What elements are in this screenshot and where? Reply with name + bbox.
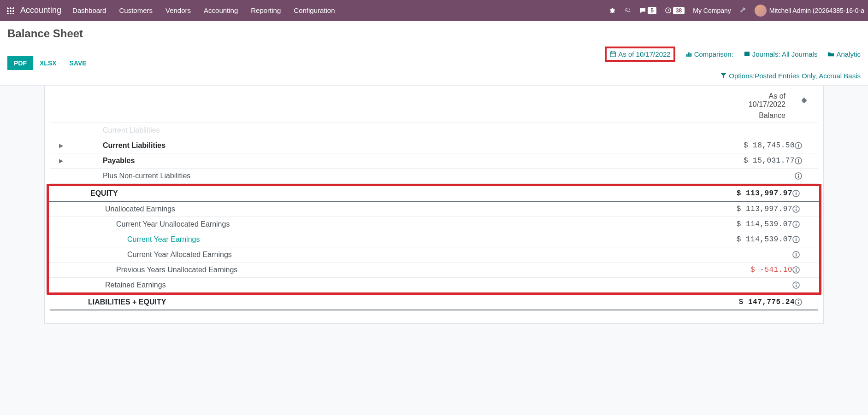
- activities-badge: 38: [673, 7, 685, 14]
- row-label: Current Liabilities: [71, 141, 703, 150]
- row-equity[interactable]: ▶ EQUITY $ 113,997.97: [49, 186, 819, 202]
- filter-comparison-label: Comparison:: [694, 50, 733, 58]
- activities-button[interactable]: 38: [665, 7, 685, 14]
- support-icon[interactable]: [624, 7, 631, 14]
- info-icon[interactable]: [792, 251, 815, 258]
- menu-configuration[interactable]: Configuration: [294, 6, 335, 14]
- row-payables[interactable]: ▶ Payables $ 15,031.77: [50, 153, 818, 169]
- info-icon[interactable]: [792, 221, 815, 228]
- row-current-liabilities[interactable]: ▶ Current Liabilities $ 18,745.50: [50, 138, 818, 153]
- filter-asof[interactable]: As of 10/17/2022: [605, 47, 675, 62]
- row-value: $ 114,539.07: [700, 220, 792, 228]
- menu-accounting[interactable]: Accounting: [204, 6, 238, 14]
- filter-journals-label: Journals: All Journals: [752, 50, 818, 58]
- row-liabilities-equity[interactable]: ▶ LIABILITIES + EQUITY $ 147,775.24: [50, 295, 818, 310]
- export-pdf-button[interactable]: PDF: [7, 56, 33, 70]
- messages-button[interactable]: 5: [639, 7, 656, 14]
- info-icon[interactable]: [792, 205, 815, 213]
- row-value: $ 15,031.77: [703, 157, 795, 165]
- user-name: Mitchell Admin (20264385-16-0-a: [769, 7, 864, 14]
- main-menu: Dashboard Customers Vendors Accounting R…: [72, 6, 335, 14]
- menu-dashboard[interactable]: Dashboard: [72, 6, 106, 14]
- module-name[interactable]: Accounting: [20, 6, 61, 15]
- info-icon[interactable]: [792, 236, 815, 243]
- apps-grid-icon: [6, 7, 14, 14]
- debug-icon[interactable]: [609, 7, 616, 14]
- column-header-date-2: 10/17/2022: [749, 100, 785, 108]
- row-value: $ 113,997.97: [700, 205, 792, 213]
- filter-journals[interactable]: Journals: All Journals: [744, 47, 818, 62]
- row-retained-earnings[interactable]: ▶ Retained Earnings: [49, 278, 819, 292]
- export-xlsx-button[interactable]: XLSX: [33, 56, 63, 70]
- menu-customers[interactable]: Customers: [119, 6, 153, 14]
- apps-menu-button[interactable]: [4, 4, 17, 17]
- info-icon[interactable]: [795, 298, 818, 306]
- row-value: $ 147,775.24: [703, 298, 795, 306]
- row-cy-earnings[interactable]: ▶ Current Year Earnings $ 114,539.07: [49, 232, 819, 247]
- filter-asof-label: As of 10/17/2022: [618, 50, 670, 58]
- row-label: Retained Earnings: [74, 281, 700, 289]
- info-icon[interactable]: [795, 142, 818, 149]
- row-unallocated-earnings[interactable]: ▶ Unallocated Earnings $ 113,997.97: [49, 202, 819, 217]
- row-value: $ 114,539.07: [700, 235, 792, 244]
- filter-analytic-label: Analytic: [836, 50, 861, 58]
- highlighted-equity-block: ▶ EQUITY $ 113,997.97 ▶ Unallocated Earn…: [47, 184, 821, 295]
- avatar: [755, 5, 767, 17]
- filter-options-label: Options:Posted Entries Only, Accrual Bas…: [729, 72, 861, 80]
- column-header-date-1: As of: [769, 92, 785, 100]
- row-value: $ 18,745.50: [703, 141, 795, 150]
- row-label: Current Year Unallocated Earnings: [74, 220, 700, 228]
- row-label: LIABILITIES + EQUITY: [71, 298, 703, 306]
- save-button[interactable]: SAVE: [63, 56, 93, 70]
- chevron-right-icon[interactable]: ▶: [50, 142, 71, 149]
- row-cy-allocated-earnings[interactable]: ▶ Current Year Allocated Earnings: [49, 247, 819, 263]
- row-label: EQUITY: [74, 189, 700, 198]
- info-icon[interactable]: [792, 266, 815, 274]
- filter-analytic[interactable]: Analytic: [827, 47, 861, 62]
- info-icon[interactable]: [795, 157, 818, 164]
- user-menu[interactable]: Mitchell Admin (20264385-16-0-a: [755, 5, 864, 17]
- page-title: Balance Sheet: [7, 27, 861, 40]
- settings-icon[interactable]: [739, 7, 746, 14]
- row-label: Unallocated Earnings: [74, 205, 700, 213]
- company-switcher[interactable]: My Company: [693, 7, 731, 14]
- info-icon[interactable]: [795, 172, 818, 180]
- row-cy-unallocated-earnings[interactable]: ▶ Current Year Unallocated Earnings $ 11…: [49, 217, 819, 232]
- row-label[interactable]: Current Year Earnings: [74, 235, 700, 244]
- report-table: As of 10/17/2022 Balance ▶ Current Liabi…: [44, 86, 824, 324]
- row-non-current-liabilities[interactable]: ▶ Plus Non-current Liabilities: [50, 169, 818, 184]
- row-py-unallocated-earnings[interactable]: ▶ Previous Years Unallocated Earnings $ …: [49, 263, 819, 278]
- info-icon[interactable]: [792, 281, 815, 289]
- filter-comparison[interactable]: Comparison:: [685, 47, 733, 62]
- filter-options[interactable]: Options:Posted Entries Only, Accrual Bas…: [720, 72, 861, 80]
- row-label: Current Year Allocated Earnings: [74, 251, 700, 259]
- truncated-row-label: Current Liabilities: [71, 126, 703, 134]
- messages-badge: 5: [648, 7, 656, 14]
- row-label: Previous Years Unallocated Earnings: [74, 266, 700, 274]
- row-value: $ 113,997.97: [700, 189, 792, 198]
- chevron-right-icon[interactable]: ▶: [50, 158, 71, 164]
- info-icon[interactable]: [792, 190, 815, 197]
- menu-reporting[interactable]: Reporting: [251, 6, 281, 14]
- menu-vendors[interactable]: Vendors: [165, 6, 191, 14]
- top-nav: Accounting Dashboard Customers Vendors A…: [0, 0, 868, 21]
- row-label: Payables: [71, 157, 703, 165]
- column-header-balance: Balance: [759, 111, 785, 119]
- row-label: Plus Non-current Liabilities: [71, 172, 703, 180]
- row-value: $ -541.10: [700, 266, 792, 274]
- control-panel: Balance Sheet PDF XLSX SAVE As of 10/17/…: [0, 21, 868, 86]
